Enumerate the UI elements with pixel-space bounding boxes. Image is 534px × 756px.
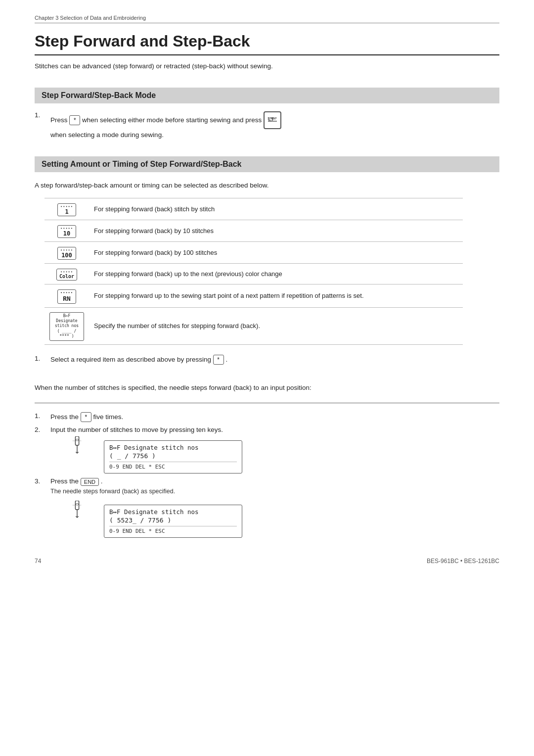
section2-intro: A step forward/step-back amount or timin… bbox=[35, 180, 499, 191]
intro-text: Stitches can be advanced (step forward) … bbox=[35, 62, 499, 70]
section1-header: Step Forward/Step-Back Mode bbox=[35, 88, 499, 103]
table-icon-cell: ••••• 1 bbox=[44, 198, 89, 220]
step-icon-10: ••••• 10 bbox=[57, 225, 76, 238]
step1-content: Press the * five times. bbox=[50, 412, 499, 422]
select-suffix: . bbox=[225, 355, 227, 363]
table-row: B↔F Designate stitch nos ( ____ / **** )… bbox=[44, 307, 463, 344]
section3-para1: When the number of stitches is specified… bbox=[35, 382, 499, 393]
step2-content: Input the number of stitches to move by … bbox=[50, 426, 499, 473]
table-row: ••••• 100 For stepping forward (back) by… bbox=[44, 241, 463, 263]
step-icon-100: ••••• 100 bbox=[57, 247, 76, 260]
screen-title-1: B↔F Designate stitch nos bbox=[109, 444, 237, 451]
step-number: 1. bbox=[35, 111, 45, 119]
needle-icon bbox=[70, 436, 84, 454]
step-amount-table: ••••• 1 For stepping forward (back) stit… bbox=[44, 198, 463, 345]
select-key[interactable]: * bbox=[213, 355, 224, 365]
section2-select-step: 1. Select a required item as described a… bbox=[35, 355, 499, 365]
section3-step1: 1. Press the * five times. bbox=[35, 412, 499, 422]
screen-display-1: B↔F Designate stitch nos ( _ / 7756 ) 0-… bbox=[70, 436, 499, 473]
section-needle-steps: When the number of stitches is specified… bbox=[35, 382, 499, 538]
table-desc-cell: For stepping forward up to the sewing st… bbox=[89, 284, 463, 307]
end-key[interactable]: END bbox=[81, 478, 99, 486]
step-number: 2. bbox=[35, 426, 45, 433]
step1-suffix: five times. bbox=[93, 413, 124, 421]
table-desc-cell: For stepping forward (back) up to the ne… bbox=[89, 263, 463, 284]
select-step-content: Select a required item as described abov… bbox=[50, 355, 499, 365]
step3-suffix: . bbox=[101, 477, 103, 485]
step3-prefix: Press the bbox=[50, 477, 79, 485]
screen-title-2: B↔F Designate stitch nos bbox=[109, 508, 237, 516]
needle-icon-2 bbox=[70, 501, 84, 519]
step2-prefix: Input the number of stitches to move by … bbox=[50, 426, 223, 433]
step1-prefix: Press bbox=[50, 116, 68, 124]
step-number: 1. bbox=[35, 412, 45, 420]
table-icon-cell: B↔F Designate stitch nos ( ____ / **** ) bbox=[44, 307, 89, 344]
screen-display-2: B↔F Designate stitch nos ( 5523_ / 7756 … bbox=[70, 501, 499, 538]
stop-icon: STOP bbox=[264, 111, 281, 129]
table-icon-cell: ••••• RN bbox=[44, 284, 89, 307]
page-title: Step Forward and Step-Back bbox=[35, 32, 499, 55]
select-prefix: Select a required item as described abov… bbox=[50, 355, 211, 363]
asterisk-key2[interactable]: * bbox=[81, 412, 91, 422]
svg-point-8 bbox=[76, 439, 78, 441]
table-row: ••••• 10 For stepping forward (back) by … bbox=[44, 220, 463, 241]
step-icon-rn: ••••• RN bbox=[57, 289, 76, 304]
table-icon-cell: ••••• Color bbox=[44, 263, 89, 284]
table-row: ••••• RN For stepping forward up to the … bbox=[44, 284, 463, 307]
screen-value-2: ( 5523_ / 7756 ) bbox=[109, 517, 237, 524]
section1-step1: 1. Press * when selecting either mode be… bbox=[35, 111, 499, 139]
screen-content-2: B↔F Designate stitch nos ( 5523_ / 7756 … bbox=[104, 505, 242, 538]
table-icon-cell: ••••• 10 bbox=[44, 220, 89, 241]
step1-content: Press * when selecting either mode befor… bbox=[50, 111, 499, 139]
step-number: 3. bbox=[35, 477, 45, 485]
section-step-forward-back-mode: Step Forward/Step-Back Mode 1. Press * w… bbox=[35, 88, 499, 139]
step-number: 1. bbox=[35, 355, 45, 362]
step1-middle: when selecting either mode before starti… bbox=[82, 116, 264, 124]
step1-prefix: Press the bbox=[50, 413, 79, 421]
table-desc-cell: For stepping forward (back) by 100 stitc… bbox=[89, 241, 463, 263]
table-desc-cell: For stepping forward (back) stitch by st… bbox=[89, 198, 463, 220]
asterisk-key[interactable]: * bbox=[69, 115, 80, 125]
page-footer: 74 BES-961BC • BES-1261BC bbox=[35, 558, 499, 565]
step-icon-1: ••••• 1 bbox=[57, 203, 76, 216]
divider bbox=[35, 403, 499, 403]
screen-value-1: ( _ / 7756 ) bbox=[109, 452, 237, 460]
table-desc-cell: For stepping forward (back) by 10 stitch… bbox=[89, 220, 463, 241]
step-icon-bsf: B↔F Designate stitch nos ( ____ / **** ) bbox=[49, 312, 84, 341]
svg-point-15 bbox=[76, 503, 78, 505]
screen-content-1: B↔F Designate stitch nos ( _ / 7756 ) 0-… bbox=[104, 440, 242, 473]
table-row: ••••• 1 For stepping forward (back) stit… bbox=[44, 198, 463, 220]
section3-step2: 2. Input the number of stitches to move … bbox=[35, 426, 499, 473]
screen-keys-1: 0-9 END DEL * ESC bbox=[109, 462, 237, 470]
step1-sub: when selecting a mode during sewing. bbox=[50, 131, 499, 139]
section2-header: Setting Amount or Timing of Step Forward… bbox=[35, 156, 499, 172]
step3-sub: The needle steps forward (back) as speci… bbox=[50, 488, 175, 495]
step3-content: Press the END . The needle steps forward… bbox=[50, 477, 499, 537]
screen-keys-2: 0-9 END DEL * ESC bbox=[109, 526, 237, 534]
chapter-label: Chapter 3 Selection of Data and Embroide… bbox=[35, 15, 499, 23]
table-row: ••••• Color For stepping forward (back) … bbox=[44, 263, 463, 284]
table-icon-cell: ••••• 100 bbox=[44, 241, 89, 263]
footer-page-number: 74 bbox=[35, 558, 41, 565]
footer-model: BES-961BC • BES-1261BC bbox=[427, 558, 499, 565]
table-desc-cell: Specify the number of stitches for stepp… bbox=[89, 307, 463, 344]
section-setting-amount: Setting Amount or Timing of Step Forward… bbox=[35, 156, 499, 365]
section3-step3: 3. Press the END . The needle steps forw… bbox=[35, 477, 499, 537]
step-icon-color: ••••• Color bbox=[56, 269, 77, 281]
